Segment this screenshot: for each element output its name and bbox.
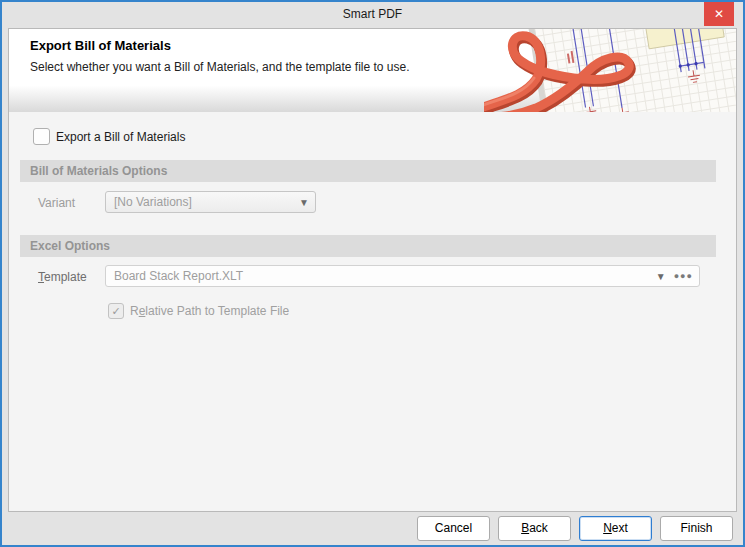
bom-options-group-label: Bill of Materials Options: [20, 160, 716, 178]
chevron-down-icon: ▼: [299, 197, 309, 208]
variant-dropdown[interactable]: [No Variations] ▼: [105, 191, 316, 213]
relative-path-checkbox-label: Relative Path to Template File: [130, 304, 289, 318]
cancel-button[interactable]: Cancel: [417, 516, 490, 541]
relative-path-checkbox[interactable]: ✓: [108, 303, 124, 319]
template-label: Template: [38, 270, 87, 284]
excel-options-group-header: Excel Options: [20, 235, 716, 257]
close-button[interactable]: ✕: [704, 2, 734, 26]
smart-pdf-dialog: Smart PDF ✕ Export Bill of Materials Sel…: [0, 0, 745, 547]
variant-dropdown-value: [No Variations]: [114, 195, 293, 209]
titlebar[interactable]: Smart PDF ✕: [2, 2, 743, 28]
export-bom-checkbox-label[interactable]: Export a Bill of Materials: [56, 130, 185, 144]
dialog-footer: Cancel Back Next Finish: [2, 512, 743, 545]
bom-options-group-header: Bill of Materials Options: [20, 160, 716, 182]
window-title: Smart PDF: [2, 7, 743, 21]
export-bom-checkbox[interactable]: [33, 128, 50, 145]
page-title: Export Bill of Materials: [30, 38, 410, 53]
browse-ellipsis-icon[interactable]: ●●●: [674, 271, 693, 281]
template-dropdown-value: Board Stack Report.XLT: [114, 269, 650, 283]
variant-label: Variant: [38, 196, 75, 210]
wizard-header: Export Bill of Materials Select whether …: [9, 29, 736, 112]
page-subtitle: Select whether you want a Bill of Materi…: [30, 60, 410, 74]
finish-button[interactable]: Finish: [660, 516, 733, 541]
back-button[interactable]: Back: [498, 516, 571, 541]
pdf-schematic-graphic: [484, 29, 736, 112]
template-dropdown[interactable]: Board Stack Report.XLT ▼ ●●●: [105, 265, 700, 287]
next-button[interactable]: Next: [579, 516, 652, 541]
chevron-down-icon: ▼: [656, 271, 666, 282]
wizard-panel: Export Bill of Materials Select whether …: [8, 28, 737, 512]
close-icon: ✕: [714, 7, 724, 21]
check-icon: ✓: [111, 305, 120, 317]
excel-options-group-label: Excel Options: [20, 235, 716, 253]
